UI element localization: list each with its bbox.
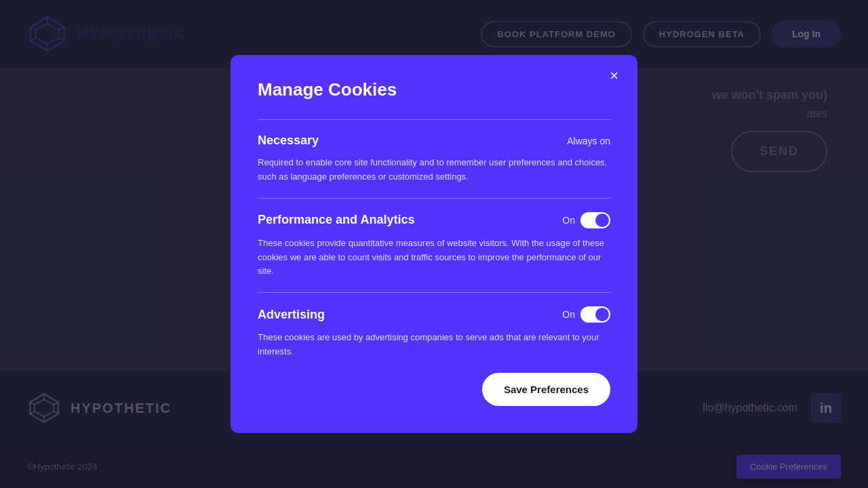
performance-title: Performance and Analytics — [258, 213, 414, 227]
advertising-toggle-knob — [595, 308, 609, 321]
performance-toggle-area: On — [562, 212, 610, 228]
modal-overlay: × Manage Cookies Necessary Always on Req… — [0, 0, 868, 488]
advertising-header: Advertising On — [258, 306, 610, 323]
divider-2 — [258, 292, 610, 293]
save-preferences-button[interactable]: Save Preferences — [482, 373, 610, 406]
performance-header: Performance and Analytics On — [258, 212, 610, 228]
necessary-status: Always on — [567, 136, 610, 146]
performance-toggle[interactable] — [580, 212, 610, 228]
necessary-title: Necessary — [258, 134, 319, 148]
save-btn-area: Save Preferences — [258, 373, 610, 406]
advertising-desc: These cookies are used by advertising co… — [258, 331, 610, 359]
advertising-toggle-area: On — [562, 306, 610, 323]
necessary-desc: Required to enable core site functionali… — [258, 156, 610, 184]
advertising-section: Advertising On These cookies are used by… — [258, 306, 610, 359]
advertising-toggle-label: On — [562, 309, 575, 320]
modal-title: Manage Cookies — [258, 79, 610, 100]
performance-desc: These cookies provide quantitative measu… — [258, 237, 610, 279]
advertising-toggle[interactable] — [580, 306, 610, 323]
necessary-section: Necessary Always on Required to enable c… — [258, 119, 610, 184]
modal-close-button[interactable]: × — [604, 66, 624, 86]
necessary-header: Necessary Always on — [258, 134, 610, 148]
cookie-modal: × Manage Cookies Necessary Always on Req… — [231, 55, 637, 433]
performance-section: Performance and Analytics On These cooki… — [258, 212, 610, 279]
advertising-title: Advertising — [258, 308, 325, 322]
performance-toggle-knob — [595, 214, 609, 227]
performance-toggle-label: On — [562, 215, 575, 226]
divider-1 — [258, 198, 610, 199]
